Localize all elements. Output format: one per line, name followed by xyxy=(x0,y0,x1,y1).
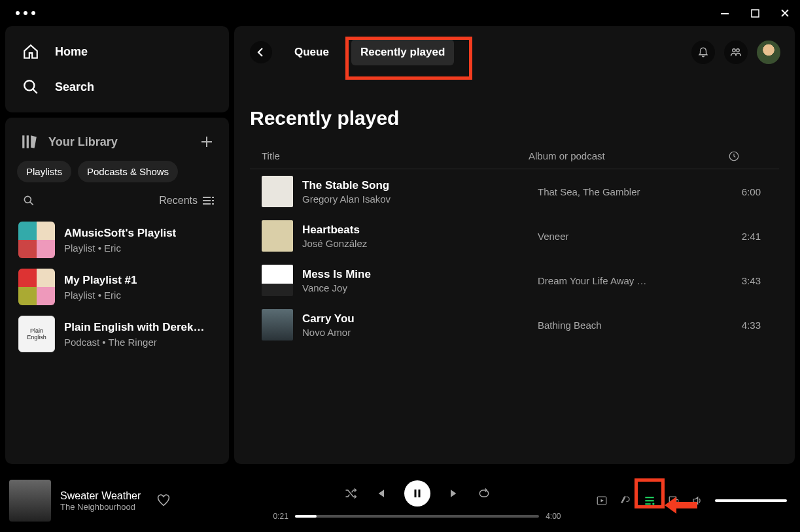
window-controls xyxy=(719,7,791,19)
table-header: Title Album or podcast xyxy=(250,136,779,169)
svg-point-5 xyxy=(24,196,31,203)
like-button[interactable] xyxy=(156,493,171,508)
track-row[interactable]: Mess Is Mine Vance Joy Dream Your Life A… xyxy=(250,258,779,303)
total-time: 4:00 xyxy=(546,512,561,521)
track-title: Mess Is Mine xyxy=(302,268,529,281)
library-card: Your Library Playlists Podcasts & Shows … xyxy=(5,118,229,464)
now-playing-artist[interactable]: The Neighbourhood xyxy=(60,502,141,512)
svg-rect-17 xyxy=(479,490,488,497)
progress-bar[interactable] xyxy=(295,515,539,518)
close-button[interactable] xyxy=(779,7,791,19)
annotation-highlight-tab xyxy=(345,37,472,80)
library-item-sub: Podcast • The Ringer xyxy=(64,337,204,348)
chip-podcasts[interactable]: Podcasts & Shows xyxy=(78,161,178,182)
track-title: Carry You xyxy=(302,312,529,325)
library-item-sub: Playlist • Eric xyxy=(64,290,137,301)
track-artist: Vance Joy xyxy=(302,282,529,293)
page-title: Recently played xyxy=(250,107,779,129)
track-album: Veneer xyxy=(538,231,719,242)
svg-rect-7 xyxy=(203,200,211,201)
back-button[interactable] xyxy=(250,41,272,63)
track-art xyxy=(262,265,293,296)
track-title: The Stable Song xyxy=(302,179,529,192)
previous-button[interactable] xyxy=(374,487,387,500)
svg-rect-4 xyxy=(27,135,29,148)
svg-rect-9 xyxy=(212,197,214,198)
volume-slider[interactable] xyxy=(715,499,787,502)
friends-button[interactable] xyxy=(724,41,748,64)
svg-rect-11 xyxy=(212,203,214,205)
now-playing-art[interactable] xyxy=(9,480,51,522)
library-item[interactable]: Plain English Plain English with Derek… … xyxy=(12,310,222,357)
now-playing-title[interactable]: Sweater Weather xyxy=(60,490,141,502)
track-album: Bathing Beach xyxy=(538,320,719,331)
home-icon xyxy=(22,43,39,60)
track-artist: José González xyxy=(302,238,529,249)
svg-rect-1 xyxy=(752,10,759,17)
track-duration: 3:43 xyxy=(728,275,767,286)
search-icon xyxy=(22,78,39,95)
chip-playlists[interactable]: Playlists xyxy=(17,161,71,182)
progress-fill xyxy=(295,515,317,518)
repeat-button[interactable] xyxy=(478,487,491,500)
library-item[interactable]: AMusicSoft's Playlist Playlist • Eric xyxy=(12,216,222,263)
titlebar xyxy=(0,0,800,26)
notifications-button[interactable] xyxy=(691,41,715,64)
svg-rect-15 xyxy=(414,490,416,497)
shuffle-button[interactable] xyxy=(344,487,357,500)
elapsed-time: 0:21 xyxy=(273,512,288,521)
annotation-arrow xyxy=(665,497,697,514)
playlist-art xyxy=(18,222,55,258)
playlist-art xyxy=(18,269,55,305)
minimize-button[interactable] xyxy=(719,7,731,19)
track-row[interactable]: Carry You Novo Amor Bathing Beach 4:33 xyxy=(250,303,779,347)
clock-icon xyxy=(728,150,740,162)
svg-point-2 xyxy=(24,80,34,90)
track-art xyxy=(262,176,293,207)
sort-label: Recents xyxy=(159,195,198,207)
track-artist: Gregory Alan Isakov xyxy=(302,193,529,205)
svg-rect-0 xyxy=(721,13,729,14)
svg-rect-16 xyxy=(418,490,420,497)
maximize-button[interactable] xyxy=(749,7,761,19)
track-duration: 4:33 xyxy=(728,320,767,331)
add-playlist-button[interactable] xyxy=(200,135,213,148)
track-album: Dream Your Life Away … xyxy=(538,275,719,286)
main-content: Queue Recently played Recently played Ti… xyxy=(234,26,795,464)
track-row[interactable]: The Stable Song Gregory Alan Isakov That… xyxy=(250,169,779,214)
column-album: Album or podcast xyxy=(529,150,728,162)
user-avatar[interactable] xyxy=(757,41,780,64)
list-icon xyxy=(203,195,215,206)
track-title: Heartbeats xyxy=(302,224,529,237)
library-item[interactable]: My Playlist #1 Playlist • Eric xyxy=(12,263,222,310)
library-header[interactable]: Your Library xyxy=(21,133,118,150)
nav-search-label: Search xyxy=(55,80,94,94)
nav-home-label: Home xyxy=(55,45,88,59)
track-art xyxy=(262,309,293,341)
svg-point-13 xyxy=(737,49,740,52)
svg-rect-3 xyxy=(22,135,24,148)
sort-recents-button[interactable]: Recents xyxy=(159,195,215,207)
track-row[interactable]: Heartbeats José González Veneer 2:41 xyxy=(250,214,779,258)
library-label: Your Library xyxy=(48,135,118,149)
now-playing-view-button[interactable] xyxy=(596,495,608,507)
library-search-button[interactable] xyxy=(22,194,35,207)
next-button[interactable] xyxy=(447,487,461,500)
tab-queue[interactable]: Queue xyxy=(285,39,338,65)
svg-point-12 xyxy=(733,49,736,52)
library-item-title: Plain English with Derek… xyxy=(64,321,204,334)
nav-search[interactable]: Search xyxy=(5,69,229,105)
annotation-highlight-queue-button xyxy=(635,478,665,508)
column-title: Title xyxy=(262,150,529,162)
svg-rect-10 xyxy=(212,200,214,201)
lyrics-button[interactable] xyxy=(619,495,631,507)
track-art xyxy=(262,220,293,252)
track-duration: 2:41 xyxy=(728,231,767,242)
play-pause-button[interactable] xyxy=(404,480,430,507)
bell-icon xyxy=(697,46,709,58)
nav-home[interactable]: Home xyxy=(5,34,229,69)
library-item-sub: Playlist • Eric xyxy=(64,242,176,254)
track-album: That Sea, The Gambler xyxy=(538,186,719,197)
track-duration: 6:00 xyxy=(728,186,767,197)
app-menu-dots[interactable] xyxy=(9,11,35,15)
